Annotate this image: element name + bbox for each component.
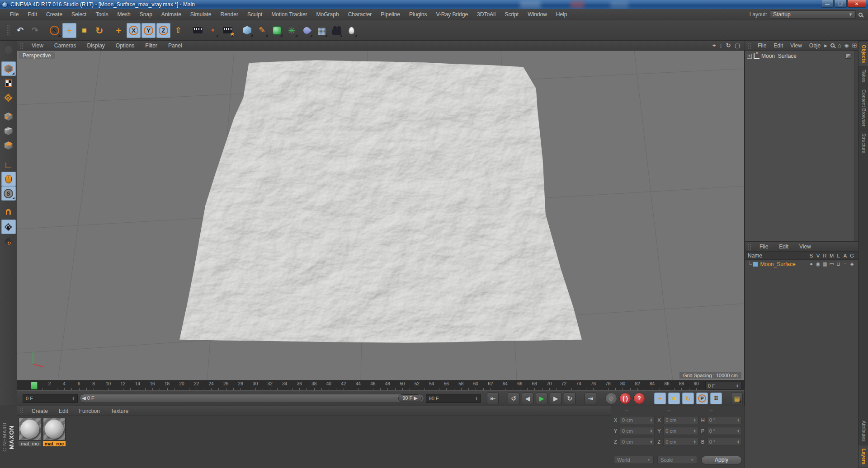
spinner-icon[interactable]: ▲▼ [650,418,652,422]
magnet-snap-button[interactable]: ∪ [1,205,16,220]
coordinate-field-z-1[interactable]: 0 cm▲▼ [663,438,698,446]
layer-color-swatch[interactable] [753,262,758,267]
search-icon[interactable] [859,13,863,17]
column-[interactable]: ● [808,261,815,267]
material-preview[interactable] [19,418,41,440]
column-[interactable]: ≡ [842,261,849,267]
menu-item-v-ray-bridge[interactable]: V-Ray Bridge [431,9,472,19]
coordinate-field-b-2[interactable]: 0 °▲▼ [707,438,742,446]
add-mograph-button[interactable]: ✳ [285,23,299,38]
add-environment-button[interactable]: ▦ [315,23,329,38]
goto-start-button[interactable]: ⇤ [487,393,499,404]
menu-item-render[interactable]: Render [216,9,243,19]
menu-item-3dtoall[interactable]: 3DToAll [472,9,500,19]
panel-tab-objects[interactable]: Objects [859,42,868,66]
menu-item-snap[interactable]: Snap [135,9,157,19]
menu-item-window[interactable]: Window [523,9,552,19]
home-icon[interactable]: ⌂ [838,42,841,49]
spinner-icon[interactable]: ▲▼ [737,429,740,433]
add-primitive-button[interactable] [240,23,254,38]
model-mode-button[interactable] [1,61,16,76]
spinner-icon[interactable]: ▲▼ [737,418,740,422]
column-a[interactable]: A [842,253,849,258]
om-menu-item-edit[interactable]: Edit [770,42,787,50]
scrollbar[interactable] [854,51,858,241]
texture-tag-icon[interactable] [845,54,852,59]
keyframe-selection-button[interactable]: ? [633,393,645,404]
add-generator-button[interactable] [270,23,284,38]
layer-menu-item-view[interactable]: View [794,243,816,251]
coordinate-field-x-0[interactable]: 0 cm▲▼ [620,416,655,424]
make-editable-button[interactable] [1,42,16,57]
coordinate-system-dropdown[interactable]: World ▼ [614,456,654,464]
add-light-button[interactable] [344,23,359,38]
spinner-icon[interactable]: ▲▼ [650,440,652,444]
add-spline-button[interactable]: ✎ [255,23,269,38]
material-menu-item-function[interactable]: Function [74,407,105,415]
scale-tool-button[interactable]: ■ [77,23,91,38]
menu-item-edit[interactable]: Edit [23,9,42,19]
material-mat-roc[interactable]: mat_roc [42,418,66,466]
panel-grip[interactable] [748,243,751,250]
panel-tab-attributes[interactable]: Attributes [859,417,868,445]
moon-surface-mesh[interactable] [180,61,581,342]
add-deformer-button[interactable] [300,23,314,38]
column-m[interactable]: M [828,253,835,258]
texture-mode-button[interactable] [1,76,16,90]
spinner-icon[interactable]: ▲▼ [693,440,696,444]
object-name[interactable]: Moon_Surface [761,53,797,59]
close-button[interactable]: ✕ [847,0,866,8]
rotate-tool-button[interactable]: ↻ [92,23,106,38]
viewport-menu-item-options[interactable]: Options [110,42,140,50]
key-rotation-button[interactable]: ↻ [682,393,694,404]
panel-tab-content-browser[interactable]: Content Browser [859,86,868,130]
menu-overflow-icon[interactable]: ▶ [824,43,827,48]
apply-button[interactable]: Apply [701,456,742,464]
layer-menu-item-edit[interactable]: Edit [774,243,794,251]
menu-item-create[interactable]: Create [42,9,67,19]
column-[interactable]: ▭ [828,261,835,267]
column-r[interactable]: R [821,253,828,258]
spinner-icon[interactable]: ▲▼ [693,429,696,433]
menu-item-tools[interactable]: Tools [91,9,113,19]
panel-tab-takes[interactable]: Takes [859,66,868,86]
key-pla-button[interactable]: ⠿ [710,393,722,404]
play-button[interactable]: ▶ [536,393,547,404]
menu-item-mesh[interactable]: Mesh [113,9,135,19]
end-frame-field[interactable]: 90 F ▲▼ [426,394,481,403]
transform-mode-dropdown[interactable]: Scale ▼ [657,456,697,464]
move-tool-button[interactable]: + [62,23,76,38]
maximize-view-icon[interactable]: ▢ [735,42,740,49]
column-[interactable]: ▦ [821,261,828,267]
menu-item-character[interactable]: Character [344,9,377,19]
start-frame-field[interactable]: 0 F ▲▼ [23,394,78,403]
timeline-ruler[interactable]: 0246810121416182022242628303234363840424… [17,380,745,390]
render-view-button[interactable] [191,23,205,38]
zoom-view-icon[interactable]: ↕ [719,42,722,49]
material-name[interactable]: mat_mo [19,441,41,446]
viewport-canvas[interactable]: Perspective Grid Spacing : 10000 cm [17,51,745,380]
material-menu-item-edit[interactable]: Edit [53,407,74,415]
menu-item-pipeline[interactable]: Pipeline [376,9,405,19]
material-menu-item-texture[interactable]: Texture [105,407,134,415]
panel-tab-structure[interactable]: Structure [859,130,868,157]
points-mode-button[interactable] [1,109,16,124]
goto-end-button[interactable]: ⇥ [585,393,596,404]
spinner-icon[interactable]: ▲▼ [650,429,652,433]
menu-item-help[interactable]: Help [552,9,572,19]
undo-button[interactable]: ↶ [13,23,27,38]
coordinate-field-p-2[interactable]: 0 °▲▼ [707,427,742,435]
material-name[interactable]: mat_roc [43,441,66,446]
autokeying-button[interactable]: ( ) [619,393,631,404]
current-frame-field[interactable]: 0 F ▲▼ [705,382,741,389]
menu-item-file[interactable]: File [5,9,23,19]
mouse-input-button[interactable] [1,172,16,186]
add-camera-button[interactable] [330,23,344,38]
live-selection-button[interactable]: ↖ [47,23,61,38]
column-[interactable]: ◉ [815,261,821,267]
menu-item-motion-tracker[interactable]: Motion Tracker [267,9,311,19]
object-row-moon-surface[interactable]: + Moon_Surface [747,52,856,60]
render-settings-button[interactable]: ✱ [221,23,235,38]
coordinate-field-y-1[interactable]: 0 cm▲▼ [663,427,698,435]
viewport-menu-item-panel[interactable]: Panel [163,42,188,50]
